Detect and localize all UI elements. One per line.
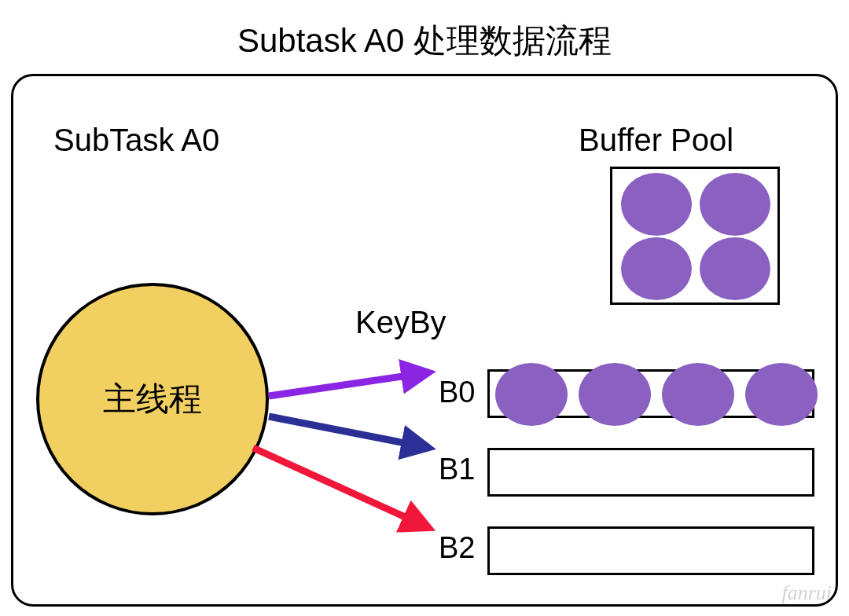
bufferpool-label: Buffer Pool xyxy=(579,123,733,158)
main-thread-circle: 主线程 xyxy=(36,283,269,515)
queue-buffer-oval xyxy=(495,363,568,426)
queue-buffer-oval xyxy=(745,363,818,426)
main-thread-text: 主线程 xyxy=(103,377,202,421)
buffer-oval xyxy=(621,237,692,300)
buffer-oval xyxy=(621,173,692,236)
queue-buffer-oval xyxy=(579,363,651,426)
diagram-title: Subtask A0 处理数据流程 xyxy=(0,19,849,63)
queue-b1-label: B1 xyxy=(439,453,475,486)
queue-b2-label: B2 xyxy=(439,531,475,565)
queue-buffer-oval xyxy=(662,363,734,426)
buffer-oval xyxy=(700,173,770,236)
subtask-label: SubTask A0 xyxy=(53,123,219,158)
queue-b1 xyxy=(487,448,814,497)
queue-b0-label: B0 xyxy=(439,376,475,409)
keyby-label: KeyBy xyxy=(355,305,447,340)
queue-b2 xyxy=(487,526,814,575)
buffer-oval xyxy=(700,237,770,300)
watermark: fanrui xyxy=(781,581,832,605)
